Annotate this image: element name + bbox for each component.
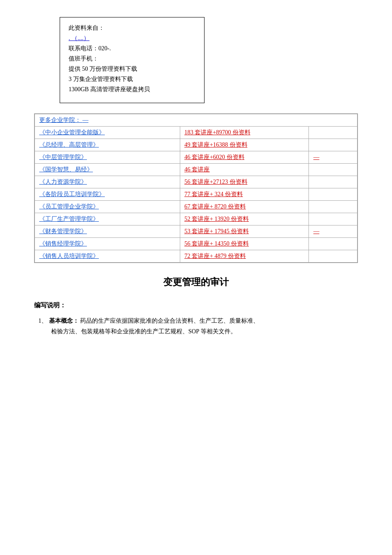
course-count-link-1[interactable]: 49 套讲座+16388 份资料 [184, 142, 248, 148]
table-row: 《工厂生产管理学院》52 套讲座+ 13920 份资料 [35, 213, 357, 225]
table-cell-col1: 《人力资源学院》 [35, 176, 180, 188]
table-cell-col3 [309, 164, 357, 176]
course-count-link-6[interactable]: 67 套讲座+ 8720 份资料 [184, 203, 246, 210]
table-row: 《销售经理学院》56 套讲座+ 14350 份资料 [35, 238, 357, 250]
info-line-6: 3 万集企业管理资料下载 [69, 75, 196, 83]
academy-link-7[interactable]: 《工厂生产管理学院》 [39, 216, 99, 222]
table-cell-col1: 《财务管理学院》 [35, 225, 180, 238]
table-cell-col3 [309, 139, 357, 151]
table-row: 《总经理、高层管理》49 套讲座+16388 份资料 [35, 139, 357, 151]
table-cell-col3 [309, 176, 357, 188]
course-count-link-8[interactable]: 53 套讲座+ 17945 份资料 [184, 228, 249, 234]
info-box: 此资料来自： . （....） 联系电话：020-. 值班手机： 提供 50 万… [60, 17, 205, 103]
info-line-4: 值班手机： [69, 55, 196, 63]
table-cell-col2: 56 套讲座+ 14350 份资料 [180, 238, 309, 250]
table-cell-col1: 《销售人员培训学院》 [35, 250, 180, 263]
table-row: 《人力资源学院》56 套讲座+27123 份资料 [35, 176, 357, 188]
table-cell-col3 [309, 250, 357, 263]
academy-link-8[interactable]: 《财务管理学院》 [39, 228, 87, 234]
info-line-3: 联系电话：020-. [69, 45, 196, 52]
table-row: 《各阶段员工培训学院》77 套讲座+ 324 份资料 [35, 188, 357, 201]
academy-link-9[interactable]: 《销售经理学院》 [39, 240, 87, 247]
table-cell-col2: 49 套讲座+16388 份资料 [180, 139, 309, 151]
table-header-cell: 更多企业学院： — [35, 114, 357, 127]
info-line-7: 1300GB 高清管理讲座硬盘拷贝 [69, 86, 196, 93]
table-cell-col2: 67 套讲座+ 8720 份资料 [180, 201, 309, 213]
academy-table: 更多企业学院： — 《中小企业管理全能版》183 套讲座+89700 份资料《总… [35, 114, 357, 263]
info-link[interactable]: . （....） [69, 35, 89, 41]
academy-link-4[interactable]: 《人力资源学院》 [39, 179, 87, 185]
table-cell-col2: 52 套讲座+ 13920 份资料 [180, 213, 309, 225]
table-row: 《员工管理企业学院》67 套讲座+ 8720 份资料 [35, 201, 357, 213]
table-cell-col1: 《销售经理学院》 [35, 238, 180, 250]
info-line-5: 提供 50 万份管理资料下载 [69, 65, 196, 73]
table-cell-col3: — [309, 151, 357, 164]
table-cell-col1: 《工厂生产管理学院》 [35, 213, 180, 225]
table-cell-col1: 《中层管理学院》 [35, 151, 180, 164]
table-row: 《中小企业管理全能版》183 套讲座+89700 份资料 [35, 127, 357, 139]
table-cell-col3 [309, 213, 357, 225]
course-count-link-2[interactable]: 46 套讲座+6020 份资料 [184, 154, 245, 160]
table-cell-col2: 53 套讲座+ 17945 份资料 [180, 225, 309, 238]
table-cell-col2: 183 套讲座+89700 份资料 [180, 127, 309, 139]
section-label: 编写说明： [34, 301, 358, 309]
main-title: 变更管理的审计 [34, 276, 358, 289]
academy-link-0[interactable]: 《中小企业管理全能版》 [39, 129, 105, 136]
table-header-row: 更多企业学院： — [35, 114, 357, 127]
table-header-link[interactable]: 更多企业学院： — [39, 117, 89, 123]
item-text: 药品的生产应依据国家批准的企业合法资料、生产工艺、质量标准、 [80, 318, 259, 324]
academy-link-3[interactable]: 《国学智慧、易经》 [39, 166, 93, 173]
course-count-link-9[interactable]: 56 套讲座+ 14350 份资料 [184, 240, 249, 247]
table-cell-col3 [309, 127, 357, 139]
table-cell-col3 [309, 238, 357, 250]
course-count-link-3[interactable]: 46 套讲座 [184, 166, 210, 173]
course-count-link-4[interactable]: 56 套讲座+27123 份资料 [184, 179, 248, 185]
table-row: 《中层管理学院》46 套讲座+6020 份资料— [35, 151, 357, 164]
item-label: 基本概念： [49, 318, 79, 324]
course-count-link-7[interactable]: 52 套讲座+ 13920 份资料 [184, 216, 249, 222]
table-row: 《销售人员培训学院》72 套讲座+ 4879 份资料 [35, 250, 357, 263]
course-count-link-10[interactable]: 72 套讲座+ 4879 份资料 [184, 253, 246, 259]
table-cell-col1: 《各阶段员工培训学院》 [35, 188, 180, 201]
table-cell-col2: 77 套讲座+ 324 份资料 [180, 188, 309, 201]
item-text-wrap: 检验方法、包装规格等和企业批准的生产工艺规程、SOP 等相关文件。 [38, 326, 358, 337]
table-cell-col2: 46 套讲座 [180, 164, 309, 176]
item-number: 1、 [38, 318, 47, 324]
table-cell-col3: — [309, 225, 357, 238]
table-cell-col1: 《员工管理企业学院》 [35, 201, 180, 213]
academy-link-2[interactable]: 《中层管理学院》 [39, 154, 87, 160]
academy-link-6[interactable]: 《员工管理企业学院》 [39, 203, 99, 210]
course-count-link-5[interactable]: 77 套讲座+ 324 份资料 [184, 191, 243, 197]
table-cell-col1: 《总经理、高层管理》 [35, 139, 180, 151]
table-cell-col1: 《国学智慧、易经》 [35, 164, 180, 176]
table-cell-col2: 46 套讲座+6020 份资料 [180, 151, 309, 164]
table-cell-col2: 56 套讲座+27123 份资料 [180, 176, 309, 188]
content-item-1: 1、 基本概念： 药品的生产应依据国家批准的企业合法资料、生产工艺、质量标准、 … [34, 315, 358, 337]
academy-link-5[interactable]: 《各阶段员工培训学院》 [39, 191, 105, 197]
info-line-1: 此资料来自： [69, 24, 196, 32]
table-cell-col3 [309, 188, 357, 201]
table-row: 《国学智慧、易经》46 套讲座 [35, 164, 357, 176]
extra-link-8[interactable]: — [313, 228, 319, 234]
extra-link-2[interactable]: — [313, 154, 319, 160]
table-row: 《财务管理学院》53 套讲座+ 17945 份资料— [35, 225, 357, 238]
academy-table-section: 更多企业学院： — 《中小企业管理全能版》183 套讲座+89700 份资料《总… [34, 113, 358, 263]
academy-link-10[interactable]: 《销售人员培训学院》 [39, 253, 99, 259]
info-line-2: . （....） [69, 35, 196, 42]
academy-link-1[interactable]: 《总经理、高层管理》 [39, 142, 99, 148]
table-cell-col2: 72 套讲座+ 4879 份资料 [180, 250, 309, 263]
table-cell-col3 [309, 201, 357, 213]
course-count-link-0[interactable]: 183 套讲座+89700 份资料 [184, 129, 251, 136]
table-cell-col1: 《中小企业管理全能版》 [35, 127, 180, 139]
